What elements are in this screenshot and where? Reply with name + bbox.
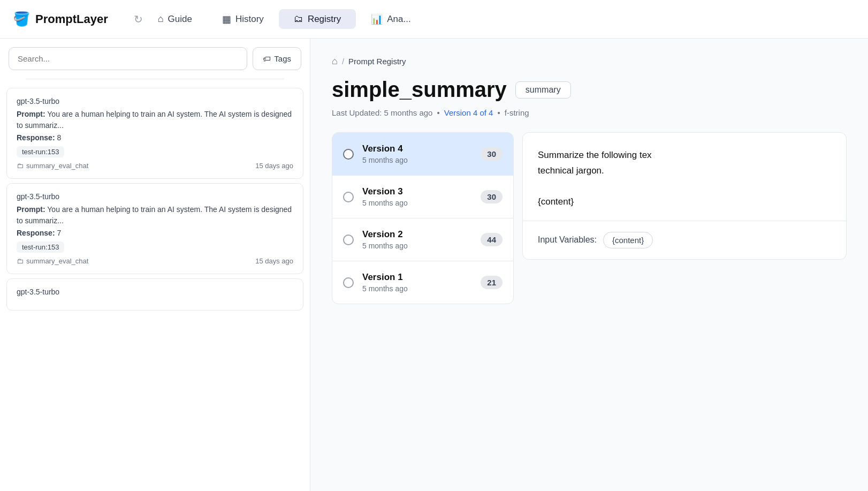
prompt-value: You are a human helping to train an AI s…	[17, 205, 292, 225]
input-variable-badge: {content}	[603, 232, 653, 248]
response-value: 7	[57, 229, 61, 237]
item-time: 15 days ago	[255, 257, 293, 265]
tags-label: Tags	[274, 54, 291, 63]
sidebar: 🏷 Tags gpt-3.5-turbo Prompt: You are a h…	[0, 39, 310, 491]
page-title-row: simple_summary summary	[332, 78, 847, 102]
response-label: Response:	[17, 133, 55, 142]
folder-icon: 🗀	[17, 257, 24, 265]
version-info-v3: Version 3 5 months ago	[362, 186, 472, 207]
logo-icon: 🪣	[13, 11, 30, 27]
folder-icon: 🗀	[17, 162, 24, 170]
version-item-v4[interactable]: Version 4 5 months ago 30	[332, 133, 513, 176]
prompt-content-text: Summarize the following tex technical ja…	[523, 133, 846, 221]
prompt-content-panel: Summarize the following tex technical ja…	[522, 132, 847, 260]
page-tag-badge: summary	[515, 81, 571, 99]
app-logo[interactable]: 🪣 PromptLayer	[13, 11, 108, 27]
version-date: 5 months ago	[362, 156, 472, 164]
prompt-text: Prompt: You are a human helping to train…	[17, 109, 293, 131]
search-input[interactable]	[9, 47, 247, 70]
meta-format: f-string	[505, 108, 529, 117]
prompt-label: Prompt:	[17, 110, 45, 118]
version-count: 30	[481, 147, 502, 161]
nav-items: ⌂ Guide ▦ History 🗂 Registry 📊 Ana...	[143, 9, 855, 29]
list-item[interactable]: gpt-3.5-turbo Prompt: You are a human he…	[6, 183, 303, 274]
nav-item-analytics[interactable]: 📊 Ana...	[356, 9, 425, 29]
item-time: 15 days ago	[255, 162, 293, 170]
item-tag: test-run:153	[17, 241, 64, 253]
version-item-v2[interactable]: Version 2 5 months ago 44	[332, 218, 513, 261]
nav-label-analytics: Ana...	[387, 14, 410, 25]
logo-text: PromptLayer	[35, 12, 108, 26]
list-item[interactable]: gpt-3.5-turbo	[6, 278, 303, 311]
version-radio-v4	[343, 149, 354, 160]
folder-label: 🗀 summary_eval_chat	[17, 162, 88, 170]
main-content: ⌂ / Prompt Registry simple_summary summa…	[310, 39, 868, 491]
version-date: 5 months ago	[362, 284, 472, 293]
model-label: gpt-3.5-turbo	[17, 192, 293, 201]
model-label: gpt-3.5-turbo	[17, 97, 293, 105]
version-item-v1[interactable]: Version 1 5 months ago 21	[332, 261, 513, 304]
versions-panel-layout: Version 4 5 months ago 30 Version 3 5 mo…	[332, 132, 847, 304]
prompt-label: Prompt:	[17, 205, 45, 214]
main-layout: 🏷 Tags gpt-3.5-turbo Prompt: You are a h…	[0, 39, 868, 491]
model-label: gpt-3.5-turbo	[17, 288, 293, 296]
sidebar-list: gpt-3.5-turbo Prompt: You are a human he…	[0, 84, 310, 491]
version-radio-v1	[343, 277, 354, 288]
version-name: Version 1	[362, 272, 472, 283]
meta-updated: Last Updated: 5 months ago	[332, 108, 432, 117]
version-count: 21	[481, 276, 502, 289]
response-text: Response: 8	[17, 133, 293, 142]
item-footer: 🗀 summary_eval_chat 15 days ago	[17, 162, 293, 170]
history-icon: ▦	[222, 13, 231, 25]
version-info-v1: Version 1 5 months ago	[362, 272, 472, 293]
nav-label-guide: Guide	[168, 14, 192, 25]
item-footer: 🗀 summary_eval_chat 15 days ago	[17, 257, 293, 265]
version-name: Version 2	[362, 229, 472, 240]
item-tag: test-run:153	[17, 146, 64, 157]
nav-item-history[interactable]: ▦ History	[207, 9, 279, 29]
version-info-v2: Version 2 5 months ago	[362, 229, 472, 250]
input-variables-label: Input Variables:	[538, 235, 597, 245]
nav-item-guide[interactable]: ⌂ Guide	[143, 9, 207, 29]
meta-sep: •	[497, 108, 500, 117]
version-name: Version 3	[362, 186, 472, 197]
breadcrumb-separator: /	[342, 57, 344, 66]
prompt-line2: technical jargon.	[538, 165, 604, 176]
version-list-panel: Version 4 5 months ago 30 Version 3 5 mo…	[332, 132, 514, 304]
breadcrumb-current: Prompt Registry	[348, 57, 406, 66]
page-meta: Last Updated: 5 months ago • Version 4 o…	[332, 108, 847, 117]
breadcrumb: ⌂ / Prompt Registry	[332, 56, 847, 67]
version-date: 5 months ago	[362, 241, 472, 250]
folder-label: 🗀 summary_eval_chat	[17, 257, 88, 265]
navbar: 🪣 PromptLayer ↻ ⌂ Guide ▦ History 🗂 Regi…	[0, 0, 868, 39]
version-item-v3[interactable]: Version 3 5 months ago 30	[332, 176, 513, 218]
page-title: simple_summary	[332, 78, 507, 102]
prompt-line1: Summarize the following tex	[538, 150, 652, 160]
refresh-button[interactable]: ↻	[134, 13, 143, 26]
meta-dot: •	[437, 108, 439, 117]
version-info-v4: Version 4 5 months ago	[362, 143, 472, 164]
nav-label-history: History	[235, 14, 264, 25]
version-name: Version 4	[362, 143, 472, 154]
prompt-value: You are a human helping to train an AI s…	[17, 110, 292, 130]
tag-icon: 🏷	[263, 54, 271, 63]
list-item[interactable]: gpt-3.5-turbo Prompt: You are a human he…	[6, 88, 303, 179]
nav-label-registry: Registry	[308, 14, 341, 25]
prompt-content-variables: Input Variables: {content}	[523, 221, 846, 259]
sidebar-divider	[26, 79, 284, 79]
response-text: Response: 7	[17, 229, 293, 237]
tags-button[interactable]: 🏷 Tags	[253, 47, 301, 70]
guide-icon: ⌂	[158, 13, 164, 25]
response-label: Response:	[17, 229, 55, 237]
version-count: 44	[481, 233, 502, 246]
version-radio-v2	[343, 235, 354, 245]
home-icon[interactable]: ⌂	[332, 56, 338, 67]
version-radio-v3	[343, 192, 354, 202]
sidebar-search-bar: 🏷 Tags	[0, 39, 310, 74]
nav-item-registry[interactable]: 🗂 Registry	[279, 9, 356, 29]
meta-version-link[interactable]: Version 4 of 4	[444, 108, 493, 117]
registry-icon: 🗂	[294, 13, 303, 25]
search-input-wrapper	[9, 47, 247, 70]
prompt-variable: {content}	[538, 197, 574, 207]
prompt-text: Prompt: You are a human helping to train…	[17, 204, 293, 226]
